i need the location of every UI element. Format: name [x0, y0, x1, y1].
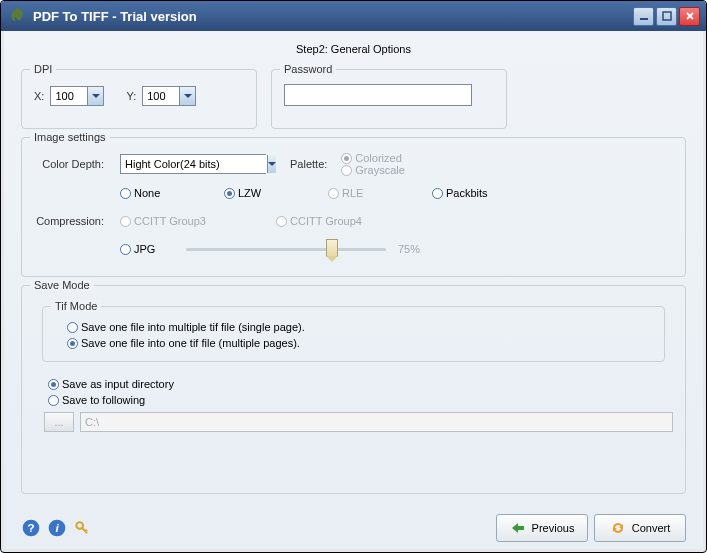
password-group: Password: [271, 69, 507, 129]
label: LZW: [238, 187, 261, 199]
palette-label: Palette:: [290, 158, 327, 170]
svg-text:?: ?: [27, 521, 34, 534]
dpi-y-field[interactable]: [143, 90, 179, 102]
palette-colorized-radio: Colorized: [341, 152, 405, 164]
dpi-group: DPI X: Y:: [21, 69, 257, 129]
compression-ccitt4-radio: CCITT Group4: [276, 215, 432, 227]
compression-ccitt3-radio: CCITT Group3: [120, 215, 276, 227]
label: Save one file into one tif file (multipl…: [81, 337, 300, 349]
help-icon[interactable]: ?: [21, 518, 41, 538]
path-input: [80, 412, 673, 432]
chevron-down-icon[interactable]: [179, 87, 195, 105]
convert-button[interactable]: Convert: [594, 514, 686, 542]
label: Colorized: [355, 152, 401, 164]
label: CCITT Group4: [290, 215, 362, 227]
key-icon[interactable]: [73, 518, 93, 538]
top-row: DPI X: Y: Password: [21, 69, 686, 129]
dpi-x-label: X:: [34, 90, 44, 102]
dpi-x-input[interactable]: [50, 86, 104, 106]
previous-button[interactable]: Previous: [496, 514, 588, 542]
chevron-down-icon[interactable]: [267, 155, 276, 173]
info-icon[interactable]: i: [47, 518, 67, 538]
color-depth-combo[interactable]: [120, 154, 266, 174]
label: Save one file into multiple tif file (si…: [81, 321, 305, 333]
label: Grayscale: [355, 164, 405, 176]
window-title: PDF To TIFF - Trial version: [33, 9, 631, 24]
label: None: [134, 187, 160, 199]
dpi-y-label: Y:: [126, 90, 136, 102]
compression-packbits-radio[interactable]: Packbits: [432, 187, 536, 199]
password-legend: Password: [280, 63, 336, 75]
label: Packbits: [446, 187, 488, 199]
tif-mode-group: Tif Mode Save one file into multiple tif…: [42, 306, 665, 362]
chevron-down-icon[interactable]: [87, 87, 103, 105]
jpg-quality-value: 75%: [398, 243, 420, 255]
app-leaf-icon: [7, 6, 27, 26]
image-settings-group: Image settings Color Depth: Palette: Col…: [21, 137, 686, 277]
dpi-legend: DPI: [30, 63, 56, 75]
dpi-y-input[interactable]: [142, 86, 196, 106]
label: Previous: [532, 522, 575, 534]
label: Save to following: [62, 394, 145, 406]
compression-lzw-radio[interactable]: LZW: [224, 187, 328, 199]
footer: ? i Previous Convert: [1, 504, 706, 552]
label: Save as input directory: [62, 378, 174, 390]
svg-point-6: [76, 522, 83, 529]
label: Convert: [632, 522, 671, 534]
image-settings-legend: Image settings: [30, 131, 110, 143]
save-to-following-radio[interactable]: Save to following: [48, 394, 673, 406]
save-mode-legend: Save Mode: [30, 279, 94, 291]
close-button[interactable]: [679, 7, 700, 26]
svg-rect-0: [640, 18, 648, 20]
compression-rle-radio: RLE: [328, 187, 432, 199]
browse-button: ...: [44, 412, 74, 432]
label: JPG: [134, 243, 155, 255]
label: RLE: [342, 187, 363, 199]
window: PDF To TIFF - Trial version Step2: Gener…: [0, 0, 707, 553]
jpg-quality-slider[interactable]: [186, 241, 386, 257]
compression-label: Compression:: [34, 215, 110, 227]
compression-jpg-radio[interactable]: JPG: [120, 243, 174, 255]
save-as-input-radio[interactable]: Save as input directory: [48, 378, 673, 390]
color-depth-label: Color Depth:: [34, 158, 110, 170]
tif-mode-legend: Tif Mode: [51, 300, 101, 312]
slider-thumb-icon[interactable]: [326, 239, 338, 257]
color-depth-value[interactable]: [121, 155, 267, 173]
refresh-icon: [610, 521, 626, 535]
maximize-button[interactable]: [656, 7, 677, 26]
save-mode-group: Save Mode Tif Mode Save one file into mu…: [21, 285, 686, 494]
minimize-button[interactable]: [633, 7, 654, 26]
titlebar: PDF To TIFF - Trial version: [1, 1, 706, 31]
tif-multi-radio[interactable]: Save one file into one tif file (multipl…: [67, 337, 652, 349]
dpi-x-field[interactable]: [51, 90, 87, 102]
label: CCITT Group3: [134, 215, 206, 227]
palette-grayscale-radio: Grayscale: [341, 164, 405, 176]
compression-none-radio[interactable]: None: [120, 187, 224, 199]
password-input[interactable]: [284, 84, 472, 106]
content: Step2: General Options DPI X: Y:: [1, 31, 706, 504]
arrow-left-icon: [510, 522, 526, 534]
tif-single-radio[interactable]: Save one file into multiple tif file (si…: [67, 321, 652, 333]
step-label: Step2: General Options: [21, 41, 686, 61]
svg-rect-1: [663, 12, 671, 20]
